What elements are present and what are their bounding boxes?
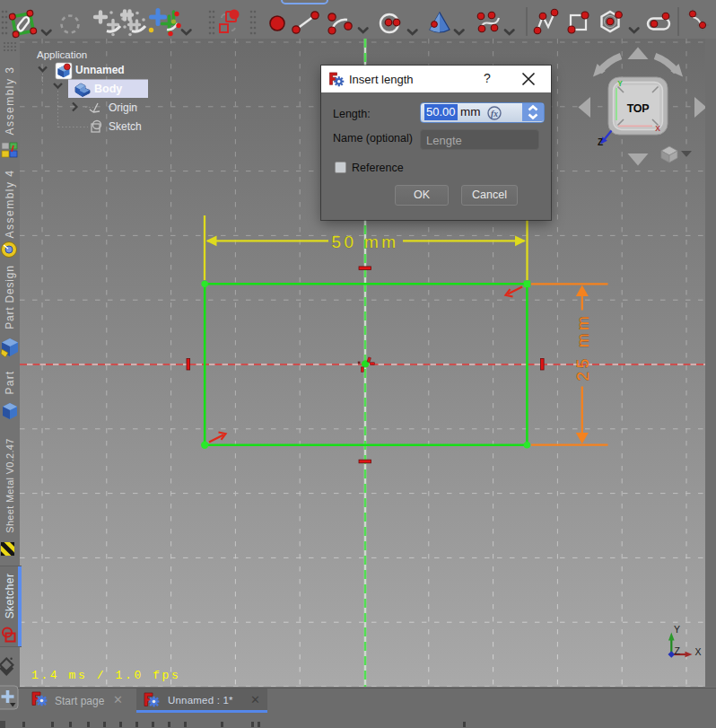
svg-text:fx: fx (491, 110, 498, 118)
